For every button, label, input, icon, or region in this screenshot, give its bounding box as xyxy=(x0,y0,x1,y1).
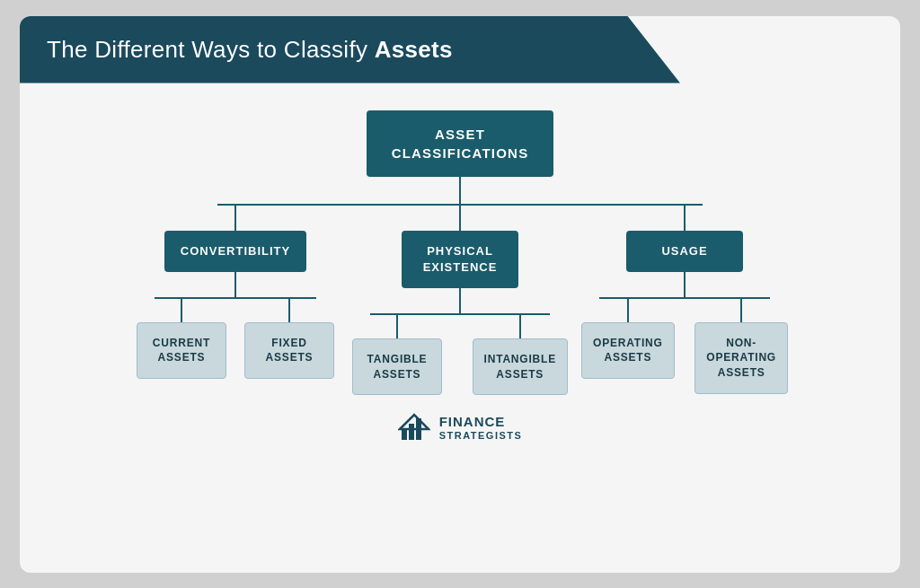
non-operating-line1: NON- xyxy=(726,337,756,349)
branch2-hbar-wrapper xyxy=(352,313,568,315)
top-hbar-wrapper xyxy=(155,204,765,206)
top-hbar xyxy=(217,204,703,206)
mid-label-usage: USAGE xyxy=(661,244,707,258)
main-card: The Different Ways to Classify Assets AS… xyxy=(20,16,900,573)
top-node-line1: ASSET xyxy=(435,127,485,142)
top-connector-line xyxy=(459,177,461,204)
branch3-hbar xyxy=(599,297,770,299)
footer-logo: FINANCE STRATEGISTS xyxy=(398,395,523,452)
mid-node-usage: USAGE xyxy=(626,231,743,272)
tangible-assets-wrapper: TANGIBLE ASSETS xyxy=(352,315,442,396)
operating-line2: ASSETS xyxy=(604,351,651,364)
branch1-bottom-pair: CURRENT ASSETS FIXED ASSETS xyxy=(137,299,334,380)
fixed-assets-wrapper: FIXED ASSETS xyxy=(244,299,334,380)
operating-assets-top-line xyxy=(627,299,629,322)
top-section: ASSET CLASSIFICATIONS xyxy=(155,110,765,206)
intangible-assets-top-line xyxy=(519,315,521,338)
bottom-node-current-assets: CURRENT ASSETS xyxy=(137,322,226,380)
logo-strategists: STRATEGISTS xyxy=(439,430,523,442)
branch3-bottom-pair: OPERATING ASSETS NON- OPERATING ASSETS xyxy=(581,299,788,394)
branch3-hbar-wrapper xyxy=(581,297,788,299)
operating-line1: OPERATING xyxy=(593,337,663,349)
branch-usage: USAGE OPERATING ASSETS xyxy=(577,206,792,396)
non-operating-assets-top-line xyxy=(740,299,742,322)
logo-text-block: FINANCE STRATEGISTS xyxy=(439,414,523,442)
branch2-hbar xyxy=(370,313,550,315)
bottom-node-operating-assets: OPERATING ASSETS xyxy=(581,322,675,380)
bottom-node-tangible-assets: TANGIBLE ASSETS xyxy=(352,338,442,396)
title-bold: Assets xyxy=(375,36,453,63)
mid-node-physical-existence: PHYSICAL EXISTENCE xyxy=(402,231,518,288)
mid-label-physical1: PHYSICAL xyxy=(427,244,493,258)
header-banner: The Different Ways to Classify Assets xyxy=(20,16,680,83)
intangible-line1: INTANGIBLE xyxy=(484,353,556,365)
top-node-asset-classifications: ASSET CLASSIFICATIONS xyxy=(367,110,554,177)
branch1-top-line xyxy=(234,206,236,231)
bottom-node-non-operating-assets: NON- OPERATING ASSETS xyxy=(694,322,788,394)
intangible-assets-wrapper: INTANGIBLE ASSETS xyxy=(473,315,568,396)
finance-strategists-icon xyxy=(398,411,430,443)
current-assets-line2: ASSETS xyxy=(158,351,206,364)
non-operating-line2: OPERATING xyxy=(706,351,776,364)
mid-node-convertibility: CONVERTIBILITY xyxy=(164,231,306,272)
fixed-assets-line1: FIXED xyxy=(271,337,306,349)
branch-physical-existence: PHYSICAL EXISTENCE TANGIBLE ASSETS xyxy=(352,206,568,396)
non-operating-assets-wrapper: NON- OPERATING ASSETS xyxy=(694,299,788,394)
branch3-top-line xyxy=(684,206,686,231)
fixed-assets-top-line xyxy=(288,299,290,322)
branch-convertibility: CONVERTIBILITY CURRENT ASSETS xyxy=(128,206,343,396)
fixed-assets-line2: ASSETS xyxy=(266,351,314,364)
tangible-assets-top-line xyxy=(396,315,398,338)
operating-assets-wrapper: OPERATING ASSETS xyxy=(581,299,675,394)
branch2-mid-line xyxy=(459,288,461,313)
branch1-hbar-wrapper xyxy=(137,297,334,299)
branch2-top-line xyxy=(459,206,461,231)
tangible-line1: TANGIBLE xyxy=(367,353,428,365)
top-node-line2: CLASSIFICATIONS xyxy=(392,145,529,161)
current-assets-top-line xyxy=(181,299,182,322)
logo-finance: FINANCE xyxy=(439,414,523,430)
current-assets-line1: CURRENT xyxy=(153,337,210,349)
mid-label-physical2: EXISTENCE xyxy=(423,260,498,274)
non-operating-line3: ASSETS xyxy=(718,366,765,379)
bottom-node-intangible-assets: INTANGIBLE ASSETS xyxy=(473,338,568,396)
branch1-mid-line xyxy=(234,272,236,297)
intangible-line2: ASSETS xyxy=(496,368,544,381)
tangible-line2: ASSETS xyxy=(374,368,421,381)
svg-rect-0 xyxy=(402,429,407,440)
page-title: The Different Ways to Classify Assets xyxy=(47,36,653,64)
branches-container: CONVERTIBILITY CURRENT ASSETS xyxy=(128,206,792,396)
diagram-area: ASSET CLASSIFICATIONS CONVERTIBILITY xyxy=(20,83,900,471)
current-assets-wrapper: CURRENT ASSETS xyxy=(137,299,226,380)
svg-rect-1 xyxy=(409,424,414,440)
bottom-node-fixed-assets: FIXED ASSETS xyxy=(244,322,334,380)
title-prefix: The Different Ways to Classify xyxy=(47,36,375,63)
mid-label-convertibility: CONVERTIBILITY xyxy=(181,244,290,258)
branch3-mid-line xyxy=(684,272,686,297)
branch2-bottom-pair: TANGIBLE ASSETS INTANGIBLE ASSETS xyxy=(352,315,568,396)
branch1-hbar xyxy=(155,297,316,299)
